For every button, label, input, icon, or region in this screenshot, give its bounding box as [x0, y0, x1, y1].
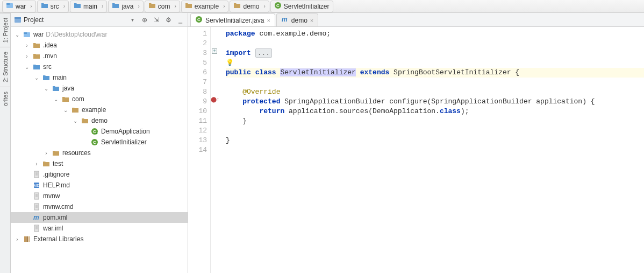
breadcrumb-item[interactable]: example›: [181, 1, 229, 12]
breadcrumb-item[interactable]: main›: [70, 1, 107, 12]
tree-row[interactable]: CDemoApplication: [11, 126, 188, 137]
gutter-icon-slot: [211, 75, 219, 85]
code-line[interactable]: package com.example.demo;: [226, 29, 644, 39]
code-line[interactable]: @Override: [226, 87, 644, 97]
tree-label: com: [72, 95, 84, 103]
tree-twisty-icon[interactable]: ⌄: [14, 32, 20, 38]
editor-tab-bar: CServletInitializer.java×mdemo×: [188, 13, 644, 27]
close-icon[interactable]: ×: [267, 17, 270, 24]
tree-row[interactable]: mvnw: [11, 191, 188, 201]
tree-label: .gitignore: [43, 171, 69, 178]
locate-icon[interactable]: ⊕: [140, 16, 149, 24]
close-icon[interactable]: ×: [310, 17, 313, 24]
code-line[interactable]: }: [226, 136, 644, 145]
code-line[interactable]: [226, 39, 644, 48]
tree-hint: D:\Desktop\cloud\war: [46, 31, 107, 38]
tool-window-tab[interactable]: 2: Structure: [0, 47, 10, 87]
tree-twisty-icon[interactable]: ›: [24, 43, 30, 48]
tree-label: .idea: [43, 41, 57, 49]
tree-row[interactable]: ⌄src: [11, 61, 188, 72]
tree-twisty-icon[interactable]: ⌄: [72, 118, 78, 124]
tree-row[interactable]: ›test: [11, 158, 188, 169]
tree-row[interactable]: ›resources: [11, 148, 188, 158]
tree-twisty-icon[interactable]: ›: [43, 150, 49, 156]
line-number: 2: [188, 39, 207, 48]
code-line[interactable]: 💡: [226, 58, 644, 68]
tree-row[interactable]: ›.idea: [11, 40, 188, 51]
tree-twisty-icon[interactable]: ›: [14, 236, 20, 242]
chevron-down-icon[interactable]: ▾: [131, 17, 134, 23]
tree-row[interactable]: ›External Libraries: [11, 234, 188, 244]
tree-row[interactable]: mpom.xml: [11, 212, 188, 223]
intention-bulb-icon[interactable]: 💡: [226, 59, 234, 67]
gutter-icon-slot: [211, 27, 219, 37]
tree-row[interactable]: CServletInitializer: [11, 137, 188, 148]
tree-row[interactable]: ⌄war D:\Desktop\cloud\war: [11, 29, 188, 40]
tree-row[interactable]: MDHELP.md: [11, 180, 188, 191]
tree-label: ServletInitializer: [101, 138, 147, 146]
file-icon: [32, 202, 41, 211]
tree-row[interactable]: ⌄example: [11, 104, 188, 115]
folder-blue-icon: [74, 2, 81, 11]
tree-label: pom.xml: [43, 214, 67, 221]
tree-twisty-icon[interactable]: ⌄: [43, 86, 49, 92]
line-number: 5: [188, 58, 207, 68]
breadcrumb-item[interactable]: com›: [145, 1, 180, 12]
code-line[interactable]: return application.sources(DemoApplicati…: [226, 107, 644, 116]
tree-twisty-icon[interactable]: ›: [33, 161, 40, 167]
tree-label: demo: [91, 117, 108, 124]
breadcrumb-item[interactable]: war›: [2, 1, 36, 12]
editor-tab[interactable]: CServletInitializer.java×: [190, 13, 275, 26]
project-view-selector[interactable]: Project: [14, 16, 44, 24]
chevron-right-icon: ›: [102, 3, 103, 9]
folded-region[interactable]: ...: [255, 48, 272, 58]
breadcrumb-label: ServletInitializer: [284, 3, 330, 10]
tree-label: mvnw: [43, 192, 60, 200]
project-tree[interactable]: ⌄war D:\Desktop\cloud\war›.idea›.mvn⌄src…: [11, 27, 188, 273]
breadcrumb-label: java: [121, 3, 133, 10]
expand-fold-icon[interactable]: +: [212, 48, 217, 54]
tree-twisty-icon[interactable]: ⌄: [62, 107, 69, 113]
file-icon: [32, 170, 41, 179]
editor-tab[interactable]: mdemo×: [276, 13, 318, 26]
code-line[interactable]: [226, 126, 644, 136]
tree-row[interactable]: ⌄com: [11, 94, 188, 104]
svg-text:m: m: [33, 214, 39, 221]
override-icon[interactable]: ⬤↑: [211, 96, 220, 103]
editor-body[interactable]: 123567891011121314 +⬤↑ package com.examp…: [188, 27, 644, 273]
gear-icon[interactable]: ⚙: [164, 16, 173, 24]
tree-row[interactable]: .gitignore: [11, 169, 188, 180]
tree-row[interactable]: ›.mvn: [11, 51, 188, 61]
tree-row[interactable]: mvnw.cmd: [11, 201, 188, 212]
tree-twisty-icon[interactable]: ⌄: [53, 96, 59, 102]
code-area[interactable]: package com.example.demo;import ...💡publ…: [219, 27, 644, 273]
tree-row[interactable]: ⌄main: [11, 72, 188, 83]
code-line[interactable]: public class ServletInitializer extends …: [226, 68, 644, 78]
tree-twisty-icon[interactable]: ›: [24, 53, 30, 59]
collapse-all-icon[interactable]: ⇲: [152, 16, 161, 24]
gutter-icon-slot: [211, 85, 219, 95]
tool-window-tab[interactable]: orites: [0, 87, 10, 110]
gutter-icon-slot: [211, 104, 219, 114]
folder-blue-icon: [42, 73, 51, 82]
maven-icon: m: [32, 213, 41, 222]
tree-twisty-icon[interactable]: ⌄: [33, 75, 40, 81]
chevron-right-icon: ›: [223, 3, 225, 9]
tree-row[interactable]: war.iml: [11, 223, 188, 234]
breadcrumb-item[interactable]: demo›: [230, 1, 269, 12]
code-line[interactable]: import ...: [226, 48, 644, 58]
svg-rect-23: [34, 204, 39, 210]
tree-row[interactable]: ⌄demo: [11, 115, 188, 126]
tree-twisty-icon[interactable]: ⌄: [24, 64, 30, 70]
tree-row[interactable]: ⌄java: [11, 83, 188, 94]
breadcrumb-item[interactable]: CServletInitializer: [270, 1, 333, 12]
tool-window-tab[interactable]: 1: Project: [0, 13, 10, 47]
breadcrumb-item[interactable]: src›: [37, 1, 69, 12]
code-line[interactable]: [226, 145, 644, 155]
code-line[interactable]: }: [226, 116, 644, 126]
breadcrumb-item[interactable]: java›: [108, 1, 143, 12]
hide-panel-icon[interactable]: ⎯: [176, 16, 184, 24]
code-line[interactable]: protected SpringApplicationBuilder confi…: [226, 97, 644, 107]
breadcrumb: war›src›main›java›com›example›demo›CServ…: [0, 0, 644, 13]
code-line[interactable]: [226, 78, 644, 87]
